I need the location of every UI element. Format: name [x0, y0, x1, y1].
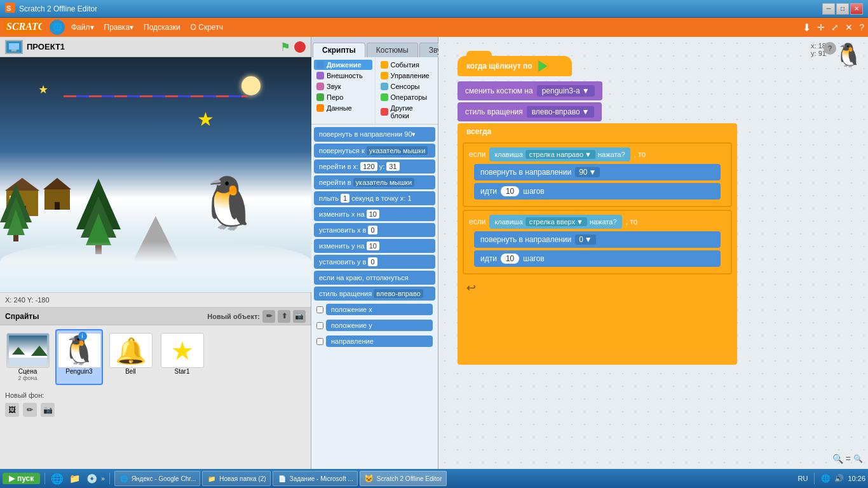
paint-sprite-button[interactable]: ✏ [262, 310, 275, 323]
cat-left: Движение Внешность Звук Перо Данные [311, 57, 375, 124]
taskbar-app-word[interactable]: 📄 Задание - Microsoft ... [273, 471, 358, 486]
cat-sensing[interactable]: Сенсоры [378, 81, 436, 92]
change-costume-block[interactable]: сменить костюм на penguin3-a ▼ [458, 81, 602, 100]
tab-scripts[interactable]: Скрипты [313, 43, 365, 57]
scene-name: Сцена [18, 368, 37, 375]
block-bounce[interactable]: если на краю, оттолкнуться [314, 271, 435, 285]
taskbar-media-icon[interactable]: 💿 [84, 471, 99, 486]
cat-motion[interactable]: Движение [314, 60, 372, 70]
checkbox-dir[interactable]: направление [314, 334, 435, 348]
scratch-logo: SCRATCH [4, 18, 42, 37]
forever-block[interactable]: всегда если клавиша стрелка направо ▼ на… [458, 123, 737, 365]
window-controls: ─ □ ✕ [822, 3, 863, 15]
svg-text:S: S [6, 4, 11, 12]
sprite-scene[interactable]: Сцена 2 фона [4, 329, 51, 385]
block-goto-xy[interactable]: перейти в x: 120 y: 31 [314, 159, 435, 173]
sprites-list: Сцена 2 фона i 🐧 Penguin3 🔔 [0, 325, 311, 389]
help-icon[interactable]: ? [859, 22, 864, 32]
block-goto[interactable]: перейти в указатель мышки [314, 175, 435, 189]
menu-file[interactable]: Файл▾ [67, 22, 98, 33]
stop-button[interactable] [294, 41, 306, 53]
main-layout: ПРОЕКТ1 ⚑ ★ [0, 37, 868, 469]
script-area[interactable]: x: 189 y: 91 🐧 ? когда щёлкнут по сменит… [438, 37, 868, 469]
taskbar-right: RU 🌐 🔊 10:26 [798, 473, 865, 484]
center-panel: Скрипты Костюмы Звуки Движение Внешность… [311, 37, 438, 469]
help-button[interactable]: ? [824, 42, 836, 55]
block-set-x[interactable]: установить х в 0 [314, 223, 435, 237]
penguin-name: Penguin3 [65, 368, 92, 375]
zoom-out-button[interactable]: 🔍 [853, 454, 863, 463]
taskbar-lang: RU [798, 475, 808, 482]
block-glide[interactable]: плыть 1 секунд в точку х: 1 [314, 191, 435, 205]
taskbar-arrows[interactable]: » [101, 475, 105, 482]
titlebar: S Scratch 2 Offline Editor ─ □ ✕ [0, 0, 868, 18]
green-flag-button[interactable]: ⚑ [280, 40, 290, 54]
rotation-style-block[interactable]: стиль вращения влево-вправо ▼ [458, 102, 602, 121]
zoom-in-button[interactable]: 🔍 [832, 454, 843, 464]
zoom-controls: 🔍 = 🔍 [832, 454, 863, 464]
block-change-x[interactable]: изменить х на 10 [314, 207, 435, 221]
when-flag-block[interactable]: когда щёлкнут по [458, 56, 572, 76]
block-turn-to[interactable]: повернуться к указатель мышки [314, 144, 435, 158]
close-button[interactable]: ✕ [850, 3, 863, 15]
block-set-y[interactable]: установить у в 0 [314, 255, 435, 269]
close-icon[interactable]: ✕ [845, 22, 853, 32]
camera-sprite-button[interactable]: 📷 [293, 310, 306, 323]
toolbar-icons: ⬇ ✛ ⤢ ✕ ? [803, 22, 864, 34]
sprite-bell[interactable]: 🔔 Bell [107, 329, 154, 385]
menu-tips[interactable]: Подсказки [140, 22, 184, 33]
taskbar-time: 10:26 [848, 475, 865, 482]
maximize-button[interactable]: □ [836, 3, 849, 15]
taskbar-folder-icon[interactable]: 📁 [67, 471, 82, 486]
upload-backdrop-button[interactable]: ✏ [23, 403, 37, 417]
stage-coords: X: 240 Y: -180 [0, 292, 311, 308]
stage-title: ПРОЕКТ1 [27, 42, 276, 51]
cat-sound[interactable]: Звук [314, 81, 372, 92]
sprite-preview: 🐧 [834, 42, 863, 69]
block-change-y[interactable]: изменить у на 10 [314, 239, 435, 253]
window-title: Scratch 2 Offline Editor [19, 4, 822, 13]
taskbar-app-browser[interactable]: 🌐 Яндекс - Google Chr... [114, 471, 200, 486]
tab-costumes[interactable]: Костюмы [367, 43, 418, 57]
block-turn-direction[interactable]: повернуть в направлении 90▾ [314, 127, 435, 142]
download-icon[interactable]: ⬇ [803, 22, 811, 34]
taskbar-app-scratch[interactable]: 🐱 Scratch 2 Offline Editor [360, 471, 447, 486]
new-backdrop-label: Новый фон: [0, 389, 311, 402]
cat-pen[interactable]: Перо [314, 92, 372, 102]
globe-icon[interactable]: 🌐 [50, 20, 65, 35]
expand-icon[interactable]: ⤢ [831, 22, 839, 32]
menu-about[interactable]: О Скретч [187, 22, 227, 33]
menu-edit[interactable]: Правка▾ [100, 22, 138, 33]
cat-events[interactable]: События [378, 60, 436, 70]
block-rotation-style[interactable]: стиль вращения влево-вправо [314, 287, 435, 301]
title-icon: S [5, 3, 15, 15]
cat-data[interactable]: Данные [314, 103, 372, 113]
paint-backdrop-button[interactable]: 🖼 [5, 403, 19, 417]
upload-sprite-button[interactable]: ⬆ [278, 310, 290, 323]
fit-button[interactable]: = [846, 454, 851, 464]
fullscreen-icon[interactable]: ✛ [817, 22, 825, 32]
cat-control[interactable]: Управление [378, 71, 436, 81]
star-name: Star1 [175, 368, 190, 375]
if-block-1[interactable]: если клавиша стрелка направо ▼ нажата? ,… [463, 142, 732, 207]
cat-right: События Управление Сенсоры Операторы Дру… [375, 57, 438, 124]
cat-more[interactable]: Другие блоки [378, 103, 436, 121]
cat-operators[interactable]: Операторы [378, 92, 436, 102]
cat-looks[interactable]: Внешность [314, 71, 372, 81]
svg-text:SCRATCH: SCRATCH [6, 21, 42, 32]
sprite-star[interactable]: ★ Star1 [158, 329, 206, 385]
sprites-panel: Спрайты Новый объект: ✏ ⬆ 📷 [0, 308, 311, 469]
if-block-2[interactable]: если клавиша стрелка вверх ▼ нажата? , т… [463, 210, 732, 274]
sprites-label: Спрайты [5, 312, 39, 321]
camera-backdrop-button[interactable]: 📷 [41, 403, 55, 417]
checkbox-y[interactable]: положение у [314, 318, 435, 332]
taskbar-app-folder[interactable]: 📁 Новая папка (2) [202, 471, 270, 486]
sprite-penguin[interactable]: i 🐧 Penguin3 [55, 329, 103, 385]
minimize-button[interactable]: ─ [822, 3, 835, 15]
checkbox-x[interactable]: положение х [314, 302, 435, 316]
start-button[interactable]: ▶ пуск [3, 473, 40, 484]
taskbar-speaker-icon: 🔊 [834, 474, 844, 483]
stage-icon [5, 40, 23, 54]
taskbar-ie-icon[interactable]: 🌐 [50, 471, 65, 486]
stage-header: ПРОЕКТ1 ⚑ [0, 37, 311, 57]
